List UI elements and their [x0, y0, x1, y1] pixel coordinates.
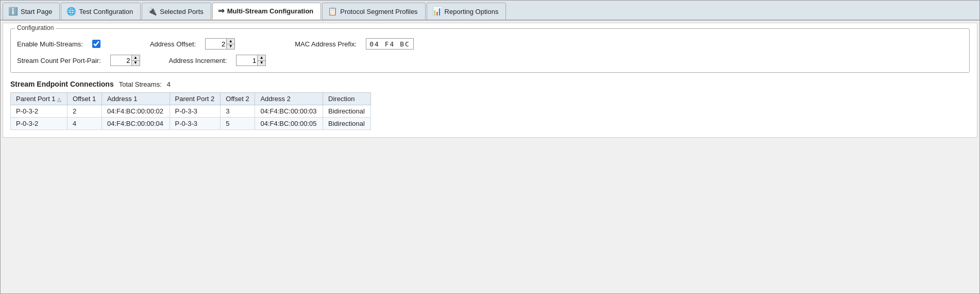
tab-test-configuration[interactable]: 🌐Test Configuration: [61, 3, 141, 20]
cell-direction: Bidirectional: [323, 105, 371, 118]
table-header-row: Parent Port 1△Offset 1Address 1Parent Po…: [11, 93, 371, 105]
table-body: P-0-3-2204:F4:BC:00:00:02P-0-3-3304:F4:B…: [11, 105, 371, 130]
cell-parent-port-1: P-0-3-2: [11, 118, 67, 130]
stream-endpoint-table: Parent Port 1△Offset 1Address 1Parent Po…: [10, 92, 371, 130]
config-row-1: Enable Multi-Streams: Address Offset: ▲ …: [17, 38, 963, 50]
stream-endpoint-section: Stream Endpoint Connections Total Stream…: [10, 80, 970, 130]
tab-label-multi-stream-configuration: Multi-Stream Configuration: [227, 7, 314, 15]
col-header-offset-2[interactable]: Offset 2: [221, 93, 255, 105]
cell-parent-port-1: P-0-3-2: [11, 105, 67, 118]
stream-count-spinbox: ▲ ▼: [110, 55, 140, 66]
address-increment-label: Address Increment:: [169, 57, 227, 64]
cell-address-1: 04:F4:BC:00:00:04: [102, 118, 170, 130]
cell-offset-1: 4: [67, 118, 102, 130]
table-header: Parent Port 1△Offset 1Address 1Parent Po…: [11, 93, 371, 105]
cell-address-2: 04:F4:BC:00:00:05: [255, 118, 323, 130]
tab-start-page[interactable]: ℹ️Start Page: [3, 3, 60, 20]
tab-icon-selected-ports: 🔌: [147, 7, 157, 16]
tab-multi-stream-configuration[interactable]: ⇒Multi-Stream Configuration: [212, 3, 322, 20]
table-row[interactable]: P-0-3-2404:F4:BC:00:00:04P-0-3-3504:F4:B…: [11, 118, 371, 130]
col-header-address-1[interactable]: Address 1: [102, 93, 170, 105]
mac-address-prefix-label: MAC Address Prefix:: [295, 40, 357, 48]
app-container: ℹ️Start Page🌐Test Configuration🔌Selected…: [0, 0, 980, 294]
mac-address-prefix-value: 04 F4 BC: [366, 38, 414, 50]
main-content: Configuration Enable Multi-Streams: Addr…: [3, 23, 977, 138]
enable-multi-streams-label: Enable Multi-Streams:: [17, 40, 83, 48]
table-row[interactable]: P-0-3-2204:F4:BC:00:00:02P-0-3-3304:F4:B…: [11, 105, 371, 118]
enable-multi-streams-checkbox[interactable]: [92, 40, 100, 48]
tab-label-test-configuration: Test Configuration: [79, 8, 133, 15]
col-header-offset-1[interactable]: Offset 1: [67, 93, 102, 105]
address-offset-spinbox: ▲ ▼: [205, 38, 235, 50]
tab-label-start-page: Start Page: [21, 8, 52, 15]
cell-offset-1: 2: [67, 105, 102, 118]
tab-bar: ℹ️Start Page🌐Test Configuration🔌Selected…: [1, 1, 979, 21]
tab-reporting-options[interactable]: 📊Reporting Options: [427, 3, 506, 20]
tab-label-selected-ports: Selected Ports: [160, 8, 204, 15]
address-increment-input[interactable]: [236, 55, 257, 66]
tab-icon-reporting-options: 📊: [432, 7, 442, 16]
address-offset-input[interactable]: [206, 39, 226, 49]
col-header-direction[interactable]: Direction: [323, 93, 371, 105]
col-header-parent-port-1[interactable]: Parent Port 1△: [11, 93, 67, 105]
configuration-group: Configuration Enable Multi-Streams: Addr…: [10, 28, 970, 73]
tab-label-reporting-options: Reporting Options: [445, 8, 499, 15]
stream-endpoint-title: Stream Endpoint Connections: [10, 80, 114, 88]
cell-address-2: 04:F4:BC:00:00:03: [255, 105, 323, 118]
tab-icon-test-configuration: 🌐: [66, 7, 76, 16]
configuration-legend: Configuration: [15, 24, 56, 31]
address-increment-up-btn[interactable]: ▲: [258, 55, 265, 61]
stream-count-label: Stream Count Per Port-Pair:: [17, 57, 101, 64]
stream-count-up-btn[interactable]: ▲: [132, 55, 140, 61]
col-header-parent-port-2[interactable]: Parent Port 2: [170, 93, 221, 105]
address-offset-up-btn[interactable]: ▲: [227, 39, 234, 44]
cell-offset-2: 3: [221, 105, 255, 118]
tab-icon-protocol-segment-profiles: 📋: [328, 7, 337, 16]
address-increment-spinbox: ▲ ▼: [236, 55, 266, 66]
cell-parent-port-2: P-0-3-3: [170, 105, 221, 118]
cell-direction: Bidirectional: [323, 118, 371, 130]
cell-parent-port-2: P-0-3-3: [170, 118, 221, 130]
stream-count-input[interactable]: [111, 55, 131, 66]
tab-icon-start-page: ℹ️: [8, 7, 18, 16]
config-row-2: Stream Count Per Port-Pair: ▲ ▼ Address …: [17, 55, 963, 66]
stream-count-down-btn[interactable]: ▼: [132, 61, 140, 66]
col-header-address-2[interactable]: Address 2: [255, 93, 323, 105]
tab-selected-ports[interactable]: 🔌Selected Ports: [142, 3, 211, 20]
total-streams-label: Total Streams:: [119, 80, 162, 88]
tab-protocol-segment-profiles[interactable]: 📋Protocol Segment Profiles: [322, 3, 425, 20]
cell-address-1: 04:F4:BC:00:00:02: [102, 105, 170, 118]
address-offset-label: Address Offset:: [150, 40, 196, 48]
total-streams-value: 4: [167, 80, 171, 88]
address-offset-down-btn[interactable]: ▼: [227, 44, 234, 50]
tab-label-protocol-segment-profiles: Protocol Segment Profiles: [340, 8, 417, 15]
sec-header: Stream Endpoint Connections Total Stream…: [10, 80, 970, 88]
address-increment-down-btn[interactable]: ▼: [258, 61, 265, 66]
cell-offset-2: 5: [221, 118, 255, 130]
tab-icon-multi-stream-configuration: ⇒: [218, 6, 225, 15]
sort-arrow-parent-port-1: △: [57, 96, 61, 102]
